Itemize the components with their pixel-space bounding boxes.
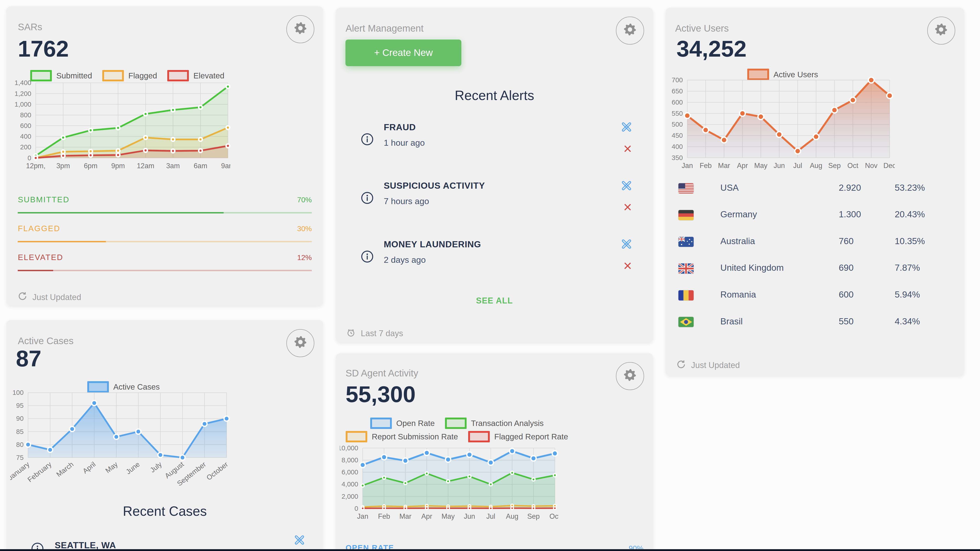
svg-text:Apr: Apr bbox=[737, 162, 748, 170]
progress-row: SUBMITTED70% bbox=[18, 195, 312, 213]
see-all-link[interactable]: SEE ALL bbox=[336, 295, 653, 306]
svg-text:Aug: Aug bbox=[506, 512, 519, 520]
sars-progress-list: SUBMITTED70%FLAGGED30%ELEVATED12% bbox=[18, 195, 312, 282]
svg-text:Oct: Oct bbox=[848, 162, 858, 170]
settings-button[interactable] bbox=[286, 15, 314, 43]
svg-text:100: 100 bbox=[13, 389, 24, 396]
close-icon[interactable]: × bbox=[624, 258, 632, 273]
sd-chart: 02,0004,0006,0008,00010,000JanFebMarAprM… bbox=[340, 445, 558, 525]
card-active-cases: Active Cases 87 Active Cases 75808590951… bbox=[6, 320, 323, 551]
svg-text:350: 350 bbox=[671, 154, 683, 161]
country-percent: 20.43% bbox=[895, 209, 925, 219]
country-value: 690 bbox=[838, 263, 853, 273]
svg-text:April: April bbox=[81, 460, 97, 475]
sars-chart: 02004006008001,0001,2001,40012pm,3pm6pm9… bbox=[14, 78, 231, 175]
legend-item: Open Rate bbox=[370, 417, 435, 429]
svg-text:Sep: Sep bbox=[828, 162, 841, 170]
card-alert-management: Alert Management + Create New Recent Ale… bbox=[336, 8, 653, 342]
active-users-value: 34,252 bbox=[676, 36, 746, 62]
progress-label: FLAGGED bbox=[18, 224, 60, 233]
svg-text:March: March bbox=[55, 460, 75, 478]
legend-label: Flagged Report Rate bbox=[494, 432, 568, 441]
create-new-button[interactable]: + Create New bbox=[345, 40, 461, 66]
legend-label: Report Submission Rate bbox=[372, 432, 458, 441]
settings-button[interactable] bbox=[616, 17, 644, 45]
svg-text:Jan: Jan bbox=[357, 512, 368, 520]
card-title: Alert Management bbox=[345, 23, 423, 34]
progress-bar-fill bbox=[18, 212, 224, 213]
svg-text:0: 0 bbox=[27, 154, 31, 161]
refresh-icon bbox=[18, 291, 27, 303]
card-footer: Just Updated bbox=[18, 291, 81, 303]
edit-tools-icon[interactable] bbox=[620, 238, 633, 252]
close-icon[interactable]: × bbox=[624, 142, 632, 156]
country-value: 760 bbox=[838, 236, 853, 246]
card-footer: Last 7 days bbox=[346, 328, 403, 339]
settings-button[interactable] bbox=[286, 329, 314, 357]
svg-text:12am: 12am bbox=[137, 162, 154, 170]
svg-text:700: 700 bbox=[671, 76, 683, 84]
case-item: SEATTLE, WA bbox=[24, 530, 305, 551]
info-icon bbox=[360, 132, 374, 149]
footer-text: Just Updated bbox=[691, 360, 740, 370]
svg-text:6,000: 6,000 bbox=[342, 468, 358, 476]
legend-item: Transaction Analysis bbox=[445, 417, 544, 429]
info-icon bbox=[360, 250, 374, 266]
progress-label: ELEVATED bbox=[18, 253, 63, 262]
svg-text:9am: 9am bbox=[221, 162, 230, 170]
svg-text:1,000: 1,000 bbox=[14, 100, 31, 108]
flag-icon-de bbox=[678, 210, 694, 220]
gear-icon bbox=[623, 22, 637, 39]
svg-text:Jan: Jan bbox=[682, 162, 693, 170]
users-chart: 350400450500550600650700JanFebMarAprMayJ… bbox=[668, 75, 895, 174]
gear-icon bbox=[934, 22, 948, 39]
svg-text:9pm: 9pm bbox=[111, 162, 125, 170]
svg-text:May: May bbox=[754, 162, 768, 170]
close-icon[interactable]: × bbox=[624, 200, 632, 214]
alert-title: FRAUD bbox=[383, 122, 636, 132]
svg-text:95: 95 bbox=[16, 402, 24, 409]
progress-row: ELEVATED12% bbox=[18, 253, 312, 271]
settings-button[interactable] bbox=[927, 17, 955, 45]
svg-text:4,000: 4,000 bbox=[342, 481, 358, 488]
svg-text:2,000: 2,000 bbox=[342, 492, 358, 500]
svg-text:12pm,: 12pm, bbox=[26, 162, 45, 170]
settings-button[interactable] bbox=[616, 362, 644, 390]
alert-texts: MONEY LAUNDERING2 days ago bbox=[383, 232, 636, 265]
alarm-clock-icon bbox=[346, 328, 356, 339]
svg-text:May: May bbox=[104, 460, 119, 475]
country-percent: 7.87% bbox=[895, 263, 920, 273]
edit-tools-icon[interactable] bbox=[620, 121, 633, 135]
recent-cases-heading: Recent Cases bbox=[6, 503, 323, 519]
progress-label: SUBMITTED bbox=[18, 195, 69, 204]
svg-text:Aug: Aug bbox=[810, 162, 822, 170]
country-name: USA bbox=[721, 183, 739, 193]
svg-text:400: 400 bbox=[20, 132, 31, 140]
progress-row: FLAGGED30% bbox=[18, 224, 312, 242]
country-value: 600 bbox=[838, 290, 853, 299]
edit-tools-icon[interactable] bbox=[620, 180, 633, 194]
svg-text:80: 80 bbox=[16, 441, 24, 448]
svg-text:500: 500 bbox=[671, 121, 683, 128]
svg-text:Mar: Mar bbox=[399, 512, 411, 520]
svg-text:Sep: Sep bbox=[527, 512, 540, 520]
alert-item: MONEY LAUNDERING2 days ago× bbox=[354, 232, 636, 290]
card-sars: SARs 1762 SubmittedFlaggedElevated 02004… bbox=[6, 6, 323, 306]
edit-tools-icon[interactable] bbox=[293, 534, 305, 548]
sars-chart: 02004006008001,0001,2001,40012pm,3pm6pm9… bbox=[14, 78, 231, 177]
country-name: Germany bbox=[721, 209, 757, 219]
footer-text: Last 7 days bbox=[361, 329, 403, 338]
svg-text:Jul: Jul bbox=[793, 162, 802, 170]
progress-bar bbox=[18, 212, 312, 213]
svg-text:400: 400 bbox=[671, 143, 683, 150]
svg-text:Jun: Jun bbox=[464, 512, 475, 520]
sd-agent-value: 55,300 bbox=[345, 381, 415, 407]
legend-swatch-icon bbox=[445, 417, 466, 429]
table-row: Brasil5504.34% bbox=[666, 309, 964, 336]
legend-swatch-icon bbox=[370, 417, 392, 429]
svg-text:8,000: 8,000 bbox=[342, 456, 358, 464]
dashboard-page: SARs 1762 SubmittedFlaggedElevated 02004… bbox=[0, 0, 980, 551]
svg-text:Jun: Jun bbox=[774, 162, 785, 170]
card-active-users: Active Users 34,252 Active Users 3504004… bbox=[666, 8, 964, 376]
country-percent: 10.35% bbox=[895, 236, 925, 246]
